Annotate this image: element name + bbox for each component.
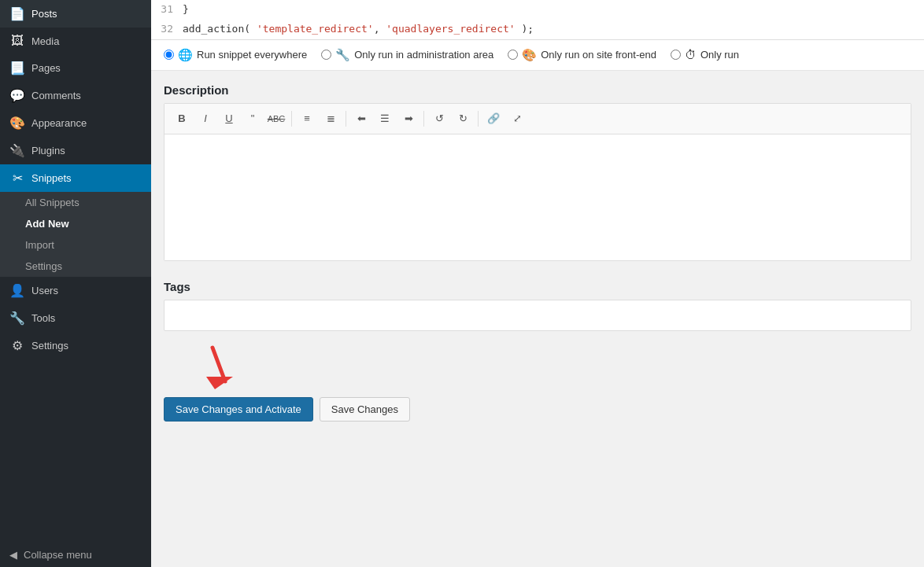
submenu-import[interactable]: Import bbox=[0, 234, 151, 256]
description-section-label: Description bbox=[164, 71, 911, 103]
line-number-31: 31 bbox=[151, 2, 183, 18]
sidebar-item-label: Posts bbox=[31, 8, 57, 20]
toolbar-link[interactable]: 🔗 bbox=[482, 109, 505, 129]
pages-icon: 📃 bbox=[9, 61, 25, 75]
red-arrow bbox=[195, 344, 250, 391]
tools-icon: 🔧 bbox=[9, 311, 25, 326]
media-icon: 🖼 bbox=[9, 34, 25, 48]
code-content-31: } bbox=[183, 2, 189, 18]
code-preview: 31 } 32 add_action( 'template_redirect',… bbox=[151, 0, 924, 40]
radio-admin-label: Only run in administration area bbox=[354, 49, 493, 61]
toolbar-separator-1 bbox=[291, 111, 292, 127]
sidebar-item-tools[interactable]: 🔧 Tools bbox=[0, 304, 151, 332]
sidebar-item-label: Comments bbox=[31, 90, 81, 101]
code-line-31: 31 } bbox=[151, 0, 924, 20]
snippets-icon: ✂ bbox=[9, 171, 25, 186]
radio-run-frontend[interactable]: 🎨 Only run on site front-end bbox=[508, 48, 656, 62]
sidebar-item-snippets-wrap: ✂ Snippets bbox=[0, 164, 151, 192]
toolbar-unordered-list[interactable]: ≡ bbox=[296, 109, 318, 129]
sidebar-item-plugins[interactable]: 🔌 Plugins bbox=[0, 137, 151, 164]
sidebar-item-settings[interactable]: ⚙ Settings bbox=[0, 332, 151, 359]
users-icon: 👤 bbox=[9, 283, 25, 298]
sidebar-item-posts[interactable]: 📄 Posts bbox=[0, 0, 151, 28]
timer-icon: ⏱ bbox=[685, 48, 697, 61]
sidebar-item-media[interactable]: 🖼 Media bbox=[0, 28, 151, 54]
toolbar-underline[interactable]: U bbox=[218, 109, 240, 129]
submenu-settings[interactable]: Settings bbox=[0, 256, 151, 277]
collapse-menu-button[interactable]: ◀ Collapse menu bbox=[0, 543, 151, 567]
posts-icon: 📄 bbox=[9, 6, 25, 21]
radio-frontend-input[interactable] bbox=[508, 50, 518, 60]
sidebar-bottom: ◀ Collapse menu bbox=[0, 543, 151, 567]
svg-marker-1 bbox=[206, 377, 233, 389]
sidebar-item-label: Appearance bbox=[31, 117, 87, 129]
arrow-area bbox=[164, 344, 911, 391]
radio-run-everywhere[interactable]: 🌐 Run snippet everywhere bbox=[164, 48, 307, 62]
sidebar-item-pages[interactable]: 📃 Pages bbox=[0, 54, 151, 82]
toolbar-blockquote[interactable]: " bbox=[242, 109, 264, 129]
save-button[interactable]: Save Changes bbox=[320, 397, 410, 422]
main-content: 31 } 32 add_action( 'template_redirect',… bbox=[151, 0, 924, 567]
description-editor-body[interactable] bbox=[164, 134, 911, 260]
collapse-icon: ◀ bbox=[9, 549, 17, 561]
code-string-2: 'quadlayers_redirect' bbox=[386, 23, 515, 35]
toolbar-align-left[interactable]: ⬅ bbox=[350, 109, 372, 129]
toolbar-italic[interactable]: I bbox=[194, 109, 216, 129]
code-text-comma: , bbox=[374, 23, 386, 35]
line-number-32: 32 bbox=[151, 21, 183, 38]
editor-toolbar: B I U " ABC ≡ ≣ ⬅ ☰ ➡ ↺ ↻ 🔗 ⤢ bbox=[164, 104, 911, 134]
submenu-all-snippets[interactable]: All Snippets bbox=[0, 192, 151, 213]
toolbar-bold[interactable]: B bbox=[171, 109, 193, 129]
code-text-end: ); bbox=[516, 23, 534, 35]
sidebar-item-label: Pages bbox=[31, 62, 61, 74]
toolbar-align-right[interactable]: ➡ bbox=[397, 109, 419, 129]
sidebar-item-label: Media bbox=[31, 35, 59, 47]
radio-frontend-label: Only run on site front-end bbox=[541, 49, 656, 61]
radio-admin-input[interactable] bbox=[321, 50, 331, 60]
toolbar-undo[interactable]: ↺ bbox=[428, 109, 450, 129]
radio-row: 🌐 Run snippet everywhere 🔧 Only run in a… bbox=[151, 40, 924, 71]
sidebar-item-label: Plugins bbox=[31, 145, 65, 156]
sidebar-item-users[interactable]: 👤 Users bbox=[0, 277, 151, 304]
sidebar-item-label: Snippets bbox=[31, 172, 72, 184]
sidebar-item-label: Tools bbox=[31, 312, 55, 324]
paint-icon: 🎨 bbox=[522, 48, 537, 62]
radio-everywhere-input[interactable] bbox=[164, 50, 174, 60]
radio-everywhere-label: Run snippet everywhere bbox=[197, 49, 307, 61]
radio-run-only[interactable]: ⏱ Only run bbox=[671, 48, 739, 61]
plugins-icon: 🔌 bbox=[9, 143, 25, 158]
wrench-icon: 🔧 bbox=[335, 48, 350, 62]
sidebar-item-label: Users bbox=[31, 285, 58, 296]
globe-icon: 🌐 bbox=[178, 48, 193, 62]
sidebar-item-snippets[interactable]: ✂ Snippets bbox=[0, 164, 151, 192]
radio-run-admin[interactable]: 🔧 Only run in administration area bbox=[321, 48, 493, 62]
content-area: Description B I U " ABC ≡ ≣ ⬅ ☰ ➡ ↺ ↻ 🔗 bbox=[151, 71, 924, 567]
sidebar-item-comments[interactable]: 💬 Comments bbox=[0, 82, 151, 109]
sidebar: 📄 Posts 🖼 Media 📃 Pages 💬 Comments 🎨 App… bbox=[0, 0, 151, 567]
appearance-icon: 🎨 bbox=[9, 116, 25, 131]
svg-line-0 bbox=[213, 348, 225, 381]
toolbar-ordered-list[interactable]: ≣ bbox=[320, 109, 342, 129]
radio-only-input[interactable] bbox=[671, 50, 681, 60]
save-activate-button[interactable]: Save Changes and Activate bbox=[164, 397, 313, 422]
tags-section-label: Tags bbox=[164, 274, 911, 300]
submenu-add-new[interactable]: Add New bbox=[0, 213, 151, 234]
code-content-32: add_action( 'template_redirect', 'quadla… bbox=[183, 21, 534, 38]
toolbar-align-center[interactable]: ☰ bbox=[374, 109, 396, 129]
code-string-1: 'template_redirect' bbox=[257, 23, 374, 35]
toolbar-redo[interactable]: ↻ bbox=[452, 109, 474, 129]
snippets-submenu: All Snippets Add New Import Settings bbox=[0, 192, 151, 277]
tags-input[interactable] bbox=[164, 300, 911, 331]
sidebar-item-label: Settings bbox=[31, 340, 68, 352]
sidebar-item-appearance[interactable]: 🎨 Appearance bbox=[0, 109, 151, 137]
code-line-32: 32 add_action( 'template_redirect', 'qua… bbox=[151, 20, 924, 39]
settings-icon: ⚙ bbox=[9, 338, 25, 353]
description-editor: B I U " ABC ≡ ≣ ⬅ ☰ ➡ ↺ ↻ 🔗 ⤢ bbox=[164, 103, 911, 261]
toolbar-strikethrough[interactable]: ABC bbox=[265, 109, 287, 129]
toolbar-separator-2 bbox=[346, 111, 346, 127]
comments-icon: 💬 bbox=[9, 88, 25, 103]
buttons-row: Save Changes and Activate Save Changes bbox=[164, 391, 911, 428]
code-text-add: add_action( bbox=[183, 23, 257, 35]
collapse-label: Collapse menu bbox=[24, 549, 92, 561]
toolbar-fullscreen[interactable]: ⤢ bbox=[506, 109, 528, 129]
